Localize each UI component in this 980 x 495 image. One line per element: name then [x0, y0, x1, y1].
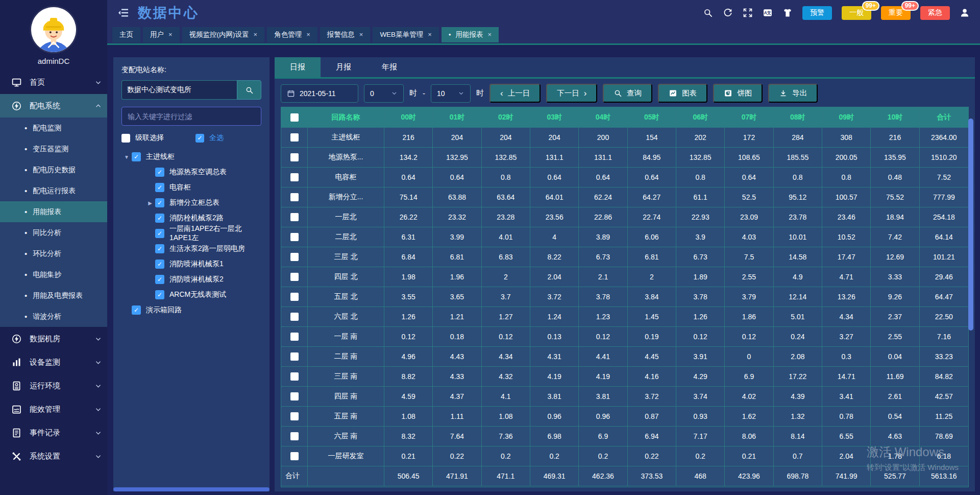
row-checkbox[interactable] — [290, 313, 299, 321]
export-button[interactable]: 导出 — [768, 84, 818, 103]
column-header-02时[interactable]: 02时 — [482, 107, 530, 128]
sidebar-item-运行环境[interactable]: 运行环境 — [0, 374, 107, 397]
sidebar-subitem-环比分析[interactable]: •环比分析 — [0, 243, 107, 264]
window-tab-角色管理[interactable]: 角色管理× — [267, 27, 317, 42]
close-tab-icon[interactable]: × — [488, 31, 492, 38]
tree-node-主进线柜[interactable]: ▼✓主进线柜 — [121, 149, 261, 164]
row-checkbox[interactable] — [290, 273, 299, 281]
cascade-checkbox[interactable] — [121, 134, 130, 143]
column-header-03时[interactable]: 03时 — [530, 107, 579, 128]
tree-node-checkbox[interactable]: ✓ — [155, 183, 164, 192]
report-tab-年报[interactable]: 年报 — [366, 57, 412, 77]
tree-node-checkbox[interactable]: ✓ — [132, 305, 141, 315]
tree-node-checkbox[interactable]: ✓ — [155, 168, 164, 177]
refresh-icon[interactable] — [723, 8, 733, 18]
tree-horizontal-scrollbar[interactable] — [113, 487, 270, 491]
tree-node-地源热泵空调总表[interactable]: ✓地源热泵空调总表 — [121, 164, 261, 180]
caret-down-icon[interactable]: ▼ — [121, 154, 132, 160]
translate-icon[interactable]: A文 — [763, 8, 773, 18]
column-header-06时[interactable]: 06时 — [676, 107, 725, 128]
sidebar-item-配电系统[interactable]: 配电系统 — [0, 94, 107, 117]
tree-node-一层南1APE2右一层北1APE1左[interactable]: ✓一层南1APE2右一层北1APE1左 — [121, 226, 261, 241]
tree-node-生活水泵2路一层弱电房[interactable]: ✓生活水泵2路一层弱电房 — [121, 241, 261, 256]
window-tab-视频监控(内网)设置[interactable]: 视频监控(内网)设置× — [182, 27, 265, 42]
column-header-09时[interactable]: 09时 — [822, 107, 871, 128]
report-tab-月报[interactable]: 月报 — [321, 57, 366, 77]
alert-button-紧急[interactable]: 紧急 — [920, 6, 950, 20]
table-vertical-scrollbar[interactable] — [968, 119, 973, 331]
sidebar-item-首页[interactable]: 首页 — [0, 70, 107, 94]
user-icon[interactable] — [960, 8, 970, 18]
tree-node-checkbox[interactable]: ✓ — [155, 198, 164, 207]
tree-node-checkbox[interactable]: ✓ — [132, 152, 141, 161]
sidebar-item-设备监测[interactable]: 设备监测 — [0, 350, 107, 374]
report-tab-日报[interactable]: 日报 — [275, 57, 321, 77]
close-tab-icon[interactable]: × — [306, 31, 310, 38]
close-tab-icon[interactable]: × — [359, 31, 363, 38]
fullscreen-icon[interactable] — [743, 8, 753, 18]
column-header-04时[interactable]: 04时 — [579, 107, 627, 128]
window-tab-用能报表[interactable]: ●用能报表× — [442, 27, 499, 42]
tree-node-checkbox[interactable]: ✓ — [155, 290, 164, 299]
tree-filter-input[interactable] — [121, 107, 261, 126]
column-header-10时[interactable]: 10时 — [871, 107, 919, 128]
column-header-01时[interactable]: 01时 — [433, 107, 481, 128]
row-checkbox[interactable] — [290, 432, 299, 440]
avatar[interactable] — [31, 7, 76, 52]
tree-node-新增分立柜总表[interactable]: ▶✓新增分立柜总表 — [121, 195, 261, 210]
date-picker[interactable]: 2021-05-11 — [281, 84, 358, 103]
hour-end-select[interactable]: 10 — [431, 84, 471, 103]
column-header-08时[interactable]: 08时 — [774, 107, 822, 128]
theme-icon[interactable] — [782, 8, 793, 18]
column-header-circuit-name[interactable]: 回路名称 — [308, 107, 384, 128]
row-checkbox[interactable] — [290, 233, 299, 241]
tree-node-消防喷淋机械泵1[interactable]: ✓消防喷淋机械泵1 — [121, 256, 261, 272]
row-checkbox[interactable] — [290, 173, 299, 181]
tree-node-checkbox[interactable]: ✓ — [155, 260, 164, 269]
sidebar-subitem-配电历史数据[interactable]: •配电历史数据 — [0, 159, 107, 180]
query-button[interactable]: 查询 — [603, 84, 652, 103]
alert-button-一般[interactable]: 一般99+ — [842, 6, 871, 20]
sidebar-subitem-配电监测[interactable]: •配电监测 — [0, 117, 107, 138]
close-tab-icon[interactable]: × — [254, 31, 258, 38]
sidebar-item-事件记录[interactable]: 事件记录 — [0, 421, 107, 444]
row-checkbox[interactable] — [290, 452, 299, 460]
window-tab-主页[interactable]: 主页 — [112, 27, 140, 42]
search-icon[interactable] — [703, 8, 713, 18]
tree-node-消防栓机械泵2路[interactable]: ✓消防栓机械泵2路 — [121, 210, 261, 226]
tree-node-checkbox[interactable]: ✓ — [155, 275, 164, 284]
row-checkbox[interactable] — [290, 213, 299, 221]
close-tab-icon[interactable]: × — [428, 31, 432, 38]
tree-node-演示箱回路[interactable]: ✓演示箱回路 — [121, 302, 261, 318]
tree-node-ARCM无线表测试[interactable]: ✓ARCM无线表测试 — [121, 287, 261, 302]
sidebar-subitem-谐波分析[interactable]: •谐波分析 — [0, 306, 107, 327]
alert-button-预警[interactable]: 预警 — [802, 6, 832, 20]
row-checkbox[interactable] — [290, 133, 299, 142]
sidebar-subitem-用能及电费报表[interactable]: •用能及电费报表 — [0, 285, 107, 306]
row-checkbox[interactable] — [290, 372, 299, 381]
select-all-rows-checkbox[interactable] — [290, 113, 299, 122]
row-checkbox[interactable] — [290, 193, 299, 201]
close-tab-icon[interactable]: × — [168, 31, 173, 38]
station-search-button[interactable] — [237, 80, 261, 100]
sidebar-item-系统设置[interactable]: 系统设置 — [0, 444, 107, 468]
select-all-checkbox[interactable]: ✓ — [195, 134, 204, 143]
row-checkbox[interactable] — [290, 253, 299, 261]
caret-right-icon[interactable]: ▶ — [145, 200, 155, 206]
tree-node-checkbox[interactable]: ✓ — [155, 229, 164, 238]
collapse-sidebar-icon[interactable] — [117, 7, 130, 19]
column-header-05时[interactable]: 05时 — [628, 107, 676, 128]
sidebar-subitem-同比分析[interactable]: •同比分析 — [0, 222, 107, 243]
prev-day-button[interactable]: ‹ 上一日 — [489, 84, 541, 103]
row-checkbox[interactable] — [290, 412, 299, 420]
row-checkbox[interactable] — [290, 293, 299, 301]
station-name-input[interactable] — [121, 80, 237, 100]
sidebar-subitem-配电运行报表[interactable]: •配电运行报表 — [0, 180, 107, 201]
sidebar-subitem-电能集抄[interactable]: •电能集抄 — [0, 264, 107, 285]
window-tab-报警信息[interactable]: 报警信息× — [320, 27, 371, 42]
chart-button[interactable]: 图表 — [658, 84, 707, 103]
sidebar-subitem-变压器监测[interactable]: •变压器监测 — [0, 138, 107, 159]
tree-node-checkbox[interactable]: ✓ — [155, 244, 164, 253]
column-header-00时[interactable]: 00时 — [384, 107, 433, 128]
pie-button[interactable]: 饼图 — [713, 84, 763, 103]
